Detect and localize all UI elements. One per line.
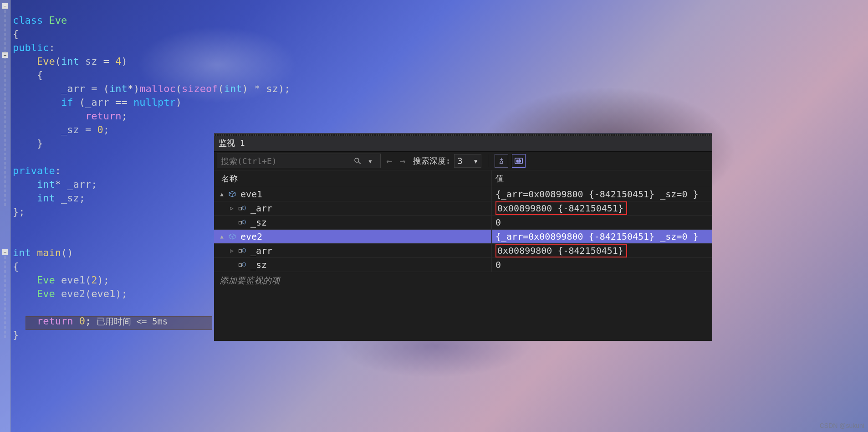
expand-toggle-icon[interactable] — [229, 262, 235, 268]
field-icon — [238, 219, 247, 226]
svg-rect-6 — [239, 250, 242, 252]
watch-value: 0 — [495, 217, 501, 228]
svg-text:ab: ab — [516, 159, 521, 163]
keyword-public: public — [13, 42, 49, 53]
expand-toggle-icon[interactable]: ▲ — [219, 233, 225, 240]
chevron-down-icon[interactable]: ▾ — [364, 154, 377, 167]
fold-toggle-icon[interactable]: − — [2, 3, 8, 9]
watch-row[interactable]: ▲eve1{_arr=0x00899800 {-842150451} _sz=0… — [214, 187, 712, 201]
watch-var-name: _sz — [250, 259, 267, 270]
field-icon — [238, 261, 247, 268]
watch-var-name: eve2 — [240, 231, 262, 242]
search-next-button[interactable]: → — [398, 155, 407, 167]
object-icon — [228, 190, 237, 198]
watch-search-box[interactable]: ▾ — [217, 154, 381, 168]
fold-toggle-icon[interactable]: − — [2, 249, 8, 255]
watch-var-name: _sz — [250, 217, 267, 228]
function-main: main — [31, 247, 61, 258]
class-name: Eve — [49, 15, 67, 26]
watch-rows: ▲eve1{_arr=0x00899800 {-842150451} _sz=0… — [214, 187, 712, 272]
keyword-class: class — [13, 15, 43, 26]
watch-row[interactable]: _sz0 — [214, 258, 712, 272]
watch-var-name: eve1 — [240, 189, 262, 200]
constructor-name: Eve — [37, 56, 55, 67]
watch-row[interactable]: _sz0 — [214, 216, 712, 230]
highlighted-value: 0x00899800 {-842150451} — [495, 201, 627, 215]
chevron-down-icon: ▾ — [473, 156, 478, 166]
watch-row[interactable]: ▲eve2{_arr=0x00899800 {-842150451} _sz=0… — [214, 230, 712, 244]
watch-value: 0 — [495, 259, 501, 270]
watch-value: {_arr=0x00899800 {-842150451} _sz=0 } — [495, 231, 699, 242]
watch-toolbar: ▾ ← → 搜索深度: 3▾ ab — [214, 152, 712, 170]
field-icon — [238, 205, 247, 212]
search-input[interactable] — [221, 156, 351, 166]
watch-panel-title[interactable]: 监视 1 — [214, 136, 712, 152]
column-value-header[interactable]: 值 — [492, 170, 712, 187]
svg-line-1 — [358, 162, 361, 164]
search-prev-button[interactable]: ← — [384, 155, 394, 167]
svg-rect-4 — [239, 207, 242, 210]
watch-row[interactable]: ▷_arr0x00899800 {-842150451} — [214, 244, 712, 258]
editor-gutter — [0, 0, 11, 432]
depth-label: 搜索深度: — [413, 155, 451, 166]
watch-var-name: _arr — [250, 245, 272, 256]
object-icon — [228, 233, 237, 240]
watermark: CSDN @sukuni — [820, 422, 864, 429]
watch-panel: 监视 1 ▾ ← → 搜索深度: 3▾ ab 名称 值 ▲eve1{_arr=0… — [214, 133, 712, 341]
expand-toggle-icon[interactable]: ▷ — [229, 247, 235, 254]
fold-guide — [5, 10, 5, 206]
svg-point-0 — [355, 158, 359, 162]
field-icon — [238, 247, 247, 254]
watch-value: {_arr=0x00899800 {-842150451} _sz=0 } — [495, 189, 699, 200]
perf-hint[interactable]: 已用时间 <= 5ms — [97, 316, 168, 326]
expand-toggle-icon[interactable] — [229, 219, 235, 226]
expand-toggle-icon[interactable]: ▲ — [219, 191, 225, 197]
expand-toggle-icon[interactable]: ▷ — [229, 205, 235, 211]
svg-rect-7 — [239, 264, 242, 267]
depth-value: 3 — [457, 156, 462, 166]
watch-column-header[interactable]: 名称 值 — [214, 170, 712, 187]
display-format-button[interactable]: ab — [512, 154, 526, 168]
depth-select[interactable]: 3▾ — [454, 154, 481, 168]
fold-guide — [5, 256, 5, 338]
keyword-private: private — [13, 165, 55, 176]
add-watch-item[interactable]: 添加要监视的项 — [214, 272, 712, 289]
svg-rect-5 — [239, 221, 242, 224]
column-name-header[interactable]: 名称 — [214, 170, 492, 187]
watch-row[interactable]: ▷_arr0x00899800 {-842150451} — [214, 201, 712, 216]
code-editor: − − − class Eve { public: Eve(int sz = 4… — [0, 0, 214, 432]
watch-var-name: _arr — [250, 203, 272, 214]
search-icon[interactable] — [351, 154, 364, 167]
pin-button[interactable] — [495, 154, 508, 168]
separator — [488, 154, 488, 167]
highlighted-value: 0x00899800 {-842150451} — [495, 244, 627, 257]
